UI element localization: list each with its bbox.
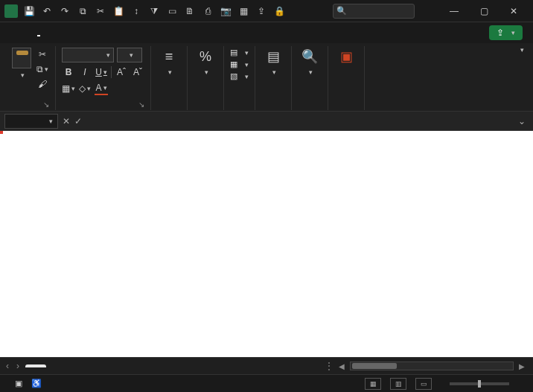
scrollbar-thumb[interactable] (352, 363, 397, 369)
zoom-thumb[interactable] (478, 380, 481, 388)
page-layout-view-button[interactable]: ▥ (390, 378, 406, 390)
tab-page-layout[interactable] (64, 30, 67, 36)
percent-icon: % (197, 48, 214, 65)
underline-button[interactable]: U▾ (95, 65, 108, 79)
save-icon[interactable]: 💾 (22, 4, 36, 18)
new-icon[interactable]: 🗎 (183, 4, 197, 18)
undo-icon[interactable]: ↶ (40, 4, 54, 18)
cell-styles-icon: ▧ (230, 71, 237, 81)
pivot-icon[interactable]: ▦ (237, 4, 250, 18)
qat: 💾 ↶ ↷ ⧉ ✂ 📋 ↕ ⧩ ▭ 🗎 ⎙ 📷 ▦ ⇪ 🔒 (4, 4, 304, 18)
scroll-left-button[interactable]: ◀ (336, 361, 347, 371)
addins-button[interactable]: ▣ (334, 48, 358, 67)
app-logo-icon (4, 4, 18, 18)
cancel-formula-icon[interactable]: ✕ (63, 116, 70, 126)
decrease-font-button[interactable]: Aˇ (131, 65, 144, 79)
fill-color-button[interactable]: ◇▾ (78, 82, 92, 95)
maximize-button[interactable]: ▢ (469, 0, 499, 22)
tab-draw[interactable] (51, 30, 54, 36)
chevron-down-icon: ▾ (309, 68, 313, 76)
chevron-down-icon: ▾ (21, 71, 25, 79)
font-size-select[interactable]: ▾ (117, 48, 142, 62)
editing-button[interactable]: 🔍 ▾ (298, 48, 322, 76)
page-break-view-button[interactable]: ▭ (415, 378, 432, 390)
accessibility-status[interactable]: ♿ (31, 379, 42, 388)
number-button[interactable]: % ▾ (194, 48, 217, 76)
filter-icon[interactable]: ⧩ (147, 4, 161, 18)
minimize-button[interactable]: — (439, 0, 469, 22)
copy-icon[interactable]: ⧉ (76, 4, 89, 18)
accept-formula-icon[interactable]: ✓ (74, 116, 82, 126)
lock-icon[interactable]: 🔒 (272, 4, 286, 18)
hscroll-sep-icon[interactable]: ⋮ (325, 361, 333, 371)
print-icon[interactable]: ⎙ (201, 4, 214, 18)
group-clipboard: ▾ ✂ ⧉▾ 🖌 ↘ (6, 46, 56, 110)
qat-overflow-icon[interactable] (290, 4, 304, 18)
find-icon: 🔍 (301, 48, 319, 65)
alignment-icon: ≡ (160, 48, 178, 65)
italic-button[interactable]: I (78, 65, 92, 79)
group-alignment: ≡ ▾ (151, 46, 188, 110)
title-bar: 💾 ↶ ↷ ⧉ ✂ 📋 ↕ ⧩ ▭ 🗎 ⎙ 📷 ▦ ⇪ 🔒 🔍 — ▢ ✕ (0, 0, 533, 22)
tab-insert[interactable] (24, 30, 27, 36)
group-number: % ▾ (188, 46, 224, 110)
ribbon-tabs: ⇪ ▾ (0, 22, 533, 43)
tab-review[interactable] (104, 30, 107, 36)
expand-formula-bar-icon[interactable]: ⌄ (515, 116, 529, 126)
copy-button[interactable]: ⧉▾ (36, 62, 49, 76)
group-font: ▾ ▾ B I U▾ Aˆ Aˇ ▦▾ ◇▾ A▾ ↘ (56, 46, 151, 110)
close-button[interactable]: ✕ (499, 0, 529, 22)
camera-icon[interactable]: 📷 (219, 4, 232, 18)
group-cells: ▤ ▾ (255, 46, 292, 110)
name-box[interactable]: ▾ (4, 114, 58, 129)
format-as-table-button[interactable]: ▦▾ (230, 60, 249, 69)
tab-formulas[interactable] (77, 30, 80, 36)
alignment-button[interactable]: ≡ ▾ (157, 48, 181, 76)
search-icon: 🔍 (336, 6, 347, 16)
chevron-down-icon: ▾ (272, 68, 276, 76)
redo-icon[interactable]: ↷ (58, 4, 71, 18)
macro-record-icon[interactable]: ▣ (15, 379, 22, 388)
search-input[interactable]: 🔍 (333, 4, 415, 19)
chevron-down-icon: ▾ (49, 118, 53, 125)
font-launcher-icon[interactable]: ↘ (138, 100, 144, 109)
cells-button[interactable]: ▤ ▾ (261, 48, 285, 76)
borders-button[interactable]: ▦▾ (62, 82, 75, 95)
tab-developer[interactable] (131, 30, 134, 36)
tab-home[interactable] (37, 29, 40, 36)
paste-qat-icon[interactable]: 📋 (112, 4, 125, 18)
normal-view-button[interactable]: ▦ (365, 378, 381, 390)
next-sheet-button[interactable]: › (16, 361, 19, 371)
cut-button[interactable]: ✂ (36, 48, 49, 61)
cut-icon[interactable]: ✂ (94, 4, 107, 18)
table-icon: ▦ (230, 60, 237, 69)
collapse-ribbon-button[interactable]: ▾ (516, 46, 527, 54)
tab-view[interactable] (118, 30, 121, 36)
share-icon: ⇪ (497, 28, 504, 38)
paste-icon (12, 48, 31, 68)
conditional-formatting-button[interactable]: ▤▾ (230, 48, 249, 57)
clipboard-launcher-icon[interactable]: ↘ (43, 100, 49, 109)
horizontal-scrollbar[interactable] (350, 362, 514, 370)
bold-button[interactable]: B (62, 65, 75, 79)
font-color-button[interactable]: A▾ (95, 82, 108, 95)
paste-button[interactable]: ▾ (12, 48, 31, 79)
worksheet-area[interactable] (0, 131, 533, 357)
tab-file[interactable] (10, 30, 13, 36)
tab-data[interactable] (91, 30, 94, 36)
chevron-down-icon: ▾ (205, 68, 208, 76)
cell-styles-button[interactable]: ▧▾ (230, 71, 249, 81)
prev-sheet-button[interactable]: ‹ (6, 361, 9, 371)
sort-icon[interactable]: ↕ (130, 4, 143, 18)
share-button[interactable]: ⇪ ▾ (489, 25, 523, 40)
zoom-slider[interactable] (450, 382, 509, 385)
sheet-tab-bar: ‹ › ⋮ ◀ ▶ (0, 357, 533, 374)
increase-font-button[interactable]: Aˆ (115, 65, 128, 79)
format-painter-button[interactable]: 🖌 (36, 77, 49, 91)
tab-help[interactable] (144, 30, 147, 36)
scroll-right-button[interactable]: ▶ (517, 361, 527, 371)
share-qat-icon[interactable]: ⇪ (255, 4, 268, 18)
sheet-tab-sheet1[interactable] (25, 364, 46, 367)
font-name-select[interactable]: ▾ (62, 48, 114, 62)
open-icon[interactable]: ▭ (165, 4, 179, 18)
